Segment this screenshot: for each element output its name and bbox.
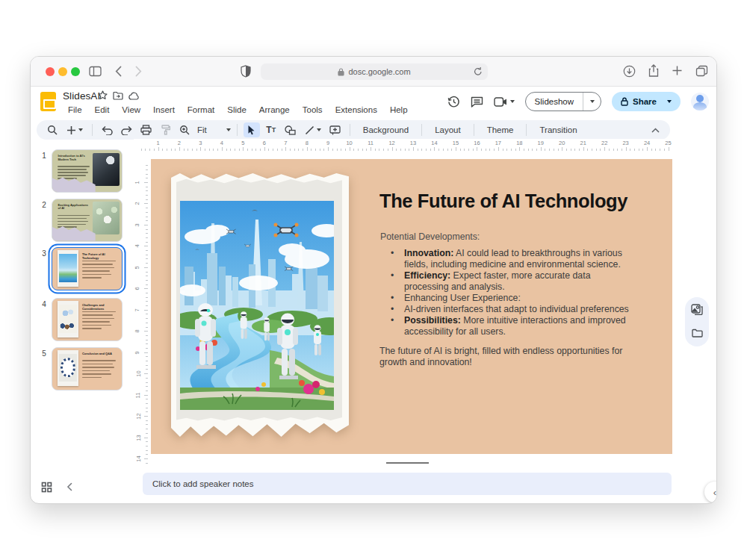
avatar[interactable] xyxy=(691,93,709,111)
slide-number: 5 xyxy=(37,347,52,391)
thumbnail-image-robot xyxy=(93,153,120,186)
document-title[interactable]: SlidesAI xyxy=(63,90,100,102)
thumbnail-title: Conclusion and Q&A xyxy=(82,352,118,356)
thumbnail-title: Introduction to AI's Modern Tech xyxy=(58,155,91,162)
lock-icon xyxy=(338,68,344,76)
menu-item-view[interactable]: View xyxy=(117,105,145,115)
cloud-status-icon[interactable] xyxy=(128,90,140,103)
insert-shape-icon[interactable] xyxy=(282,122,299,137)
slide-image-frame[interactable] xyxy=(171,171,349,443)
right-rail xyxy=(685,297,709,346)
add-slide-button[interactable] xyxy=(63,122,86,137)
menu-item-edit[interactable]: Edit xyxy=(90,105,114,115)
move-folder-icon[interactable] xyxy=(113,90,123,103)
minimize-window-button[interactable] xyxy=(58,67,67,76)
sidebar-toggle-icon[interactable] xyxy=(89,66,102,77)
image-panel-icon[interactable] xyxy=(691,304,703,318)
menu-item-extensions[interactable]: Extensions xyxy=(331,105,382,115)
slide-bullet-list[interactable]: Innovation: AI could lead to breakthroug… xyxy=(385,248,636,337)
download-icon[interactable] xyxy=(623,65,636,78)
slide-number: 3 xyxy=(37,247,52,290)
speaker-notes-input[interactable]: Click to add speaker notes xyxy=(143,473,672,495)
version-history-icon[interactable] xyxy=(447,96,460,108)
lock-icon xyxy=(621,97,628,106)
notes-resize-handle[interactable] xyxy=(386,462,429,464)
share-button[interactable]: Share xyxy=(612,92,681,111)
folder-panel-icon[interactable] xyxy=(692,327,703,340)
close-window-button[interactable] xyxy=(46,67,55,76)
undo-icon[interactable] xyxy=(99,122,115,137)
toolbar: Fit TT Background Layout Theme Transitio… xyxy=(37,120,670,140)
new-tab-icon[interactable] xyxy=(672,65,683,76)
transition-button[interactable]: Transition xyxy=(533,125,583,134)
print-icon[interactable] xyxy=(137,122,154,137)
thumbnail-polaroid xyxy=(58,350,79,386)
menu-item-format[interactable]: Format xyxy=(183,105,219,115)
theme-button[interactable]: Theme xyxy=(480,125,521,134)
show-tabs-icon[interactable] xyxy=(695,65,708,77)
slide-bullet: AI-driven interfaces that adapt to indiv… xyxy=(385,304,636,315)
thumbnail-polaroid xyxy=(58,301,79,337)
slide-title[interactable]: The Future of AI Technology xyxy=(379,190,648,212)
page-share-icon[interactable] xyxy=(648,64,660,78)
thumbnail-image-classroom xyxy=(59,305,77,333)
menu-item-arrange[interactable]: Arrange xyxy=(255,105,294,115)
thumbnail-title: Challenges and Considerations xyxy=(82,304,118,311)
forward-chevron-icon[interactable] xyxy=(135,66,142,77)
menu-item-file[interactable]: File xyxy=(63,105,87,115)
menu-item-tools[interactable]: Tools xyxy=(298,105,327,115)
slide-thumbnail-3[interactable]: The Future of AI Technology xyxy=(52,247,123,290)
slides-logo-icon[interactable] xyxy=(40,92,56,111)
meet-camera-icon[interactable] xyxy=(494,97,515,107)
app-header: SlidesAI FileEditViewInsertFormatSlideAr… xyxy=(31,87,716,119)
url-bar[interactable]: dosc.google.com xyxy=(261,63,488,80)
zoom-window-button[interactable] xyxy=(71,67,80,76)
menu-item-help[interactable]: Help xyxy=(385,105,412,115)
slide-number: 1 xyxy=(37,149,52,193)
slide-bullet: Enhancing User Experience: xyxy=(385,293,636,304)
select-cursor-icon[interactable] xyxy=(244,122,260,137)
redo-icon[interactable] xyxy=(118,122,134,137)
text-box-icon[interactable]: TT xyxy=(263,122,279,137)
reload-icon[interactable] xyxy=(474,66,483,78)
paint-format-icon[interactable] xyxy=(157,122,173,137)
slide-number: 2 xyxy=(37,199,52,242)
collapse-toolbar-chevron[interactable] xyxy=(651,120,660,140)
zoom-fit-select[interactable]: Fit xyxy=(196,125,207,134)
comments-icon[interactable] xyxy=(471,96,483,108)
thumbnail-title: The Future of AI Technology xyxy=(82,253,118,261)
grid-view-icon[interactable] xyxy=(41,482,52,493)
slideshow-button[interactable]: Slideshow xyxy=(525,92,601,111)
slideshow-dropdown[interactable] xyxy=(583,92,601,111)
slide-thumbnail-4[interactable]: Challenges and Considerations xyxy=(52,298,123,341)
insert-comment-icon[interactable] xyxy=(327,122,344,137)
privacy-shield-icon[interactable] xyxy=(241,65,251,78)
search-menus-icon[interactable] xyxy=(44,122,61,137)
slide-image-futuristic-city xyxy=(180,201,334,410)
slide-closing-text[interactable]: The future of AI is bright, filled with … xyxy=(379,346,633,368)
slide-thumbnail-5[interactable]: Conclusion and Q&A xyxy=(52,347,123,391)
zoom-in-icon[interactable] xyxy=(176,122,193,137)
thumbnail-image-city-mini xyxy=(59,254,77,282)
menu-item-slide[interactable]: Slide xyxy=(223,105,251,115)
slide-thumbnail-1[interactable]: Introduction to AI's Modern Tech xyxy=(52,149,123,193)
slide-subtitle[interactable]: Potential Developments: xyxy=(380,231,480,242)
slide-thumbnail-2[interactable]: Exciting Applications of AI xyxy=(52,199,123,242)
slide-canvas[interactable]: The Future of AI Technology Potential De… xyxy=(151,159,672,454)
share-dropdown[interactable] xyxy=(661,92,678,111)
collapse-filmstrip-chevron[interactable] xyxy=(66,482,72,491)
star-icon[interactable] xyxy=(98,90,108,103)
speaker-notes-placeholder: Click to add speaker notes xyxy=(152,479,254,488)
camera-dropdown-caret[interactable] xyxy=(510,100,515,103)
zoom-fit-caret[interactable] xyxy=(226,128,231,131)
expand-panel-chevron[interactable]: ‹ xyxy=(704,482,717,503)
back-chevron-icon[interactable] xyxy=(115,66,122,77)
page: dosc.google.com SlidesAI xyxy=(0,0,747,560)
menu-item-insert[interactable]: Insert xyxy=(149,105,179,115)
background-button[interactable]: Background xyxy=(356,125,415,134)
thumbnail-image-gear xyxy=(59,354,77,382)
layout-button[interactable]: Layout xyxy=(428,125,468,134)
vertical-ruler: 1234567891011121314 xyxy=(135,151,148,467)
horizontal-ruler: 1234567891011121314151617181920212223242… xyxy=(134,139,673,151)
insert-line-icon[interactable] xyxy=(302,122,324,137)
